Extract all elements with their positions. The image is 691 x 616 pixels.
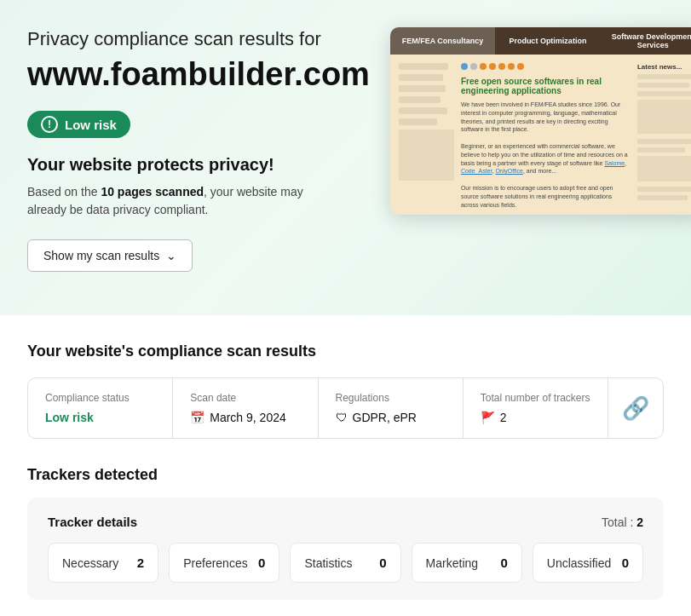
risk-badge-label: Low risk [65,118,117,132]
category-unclassified-count: 0 [622,556,629,570]
scan-date-label: Scan date [190,392,300,404]
tracker-categories: Necessary 2 Preferences 0 Statistics 0 M… [48,543,643,583]
category-unclassified-name: Unclassified [547,556,611,570]
tracker-details-title: Tracker details [48,515,137,529]
compliance-card-trackers: Total number of trackers 🚩 2 [464,378,608,438]
trackers-section: Trackers detected Tracker details Total … [27,466,664,600]
compliance-status-value: Low risk [45,411,155,424]
category-preferences-count: 0 [258,556,265,570]
tracker-category-preferences: Preferences 0 [169,543,279,583]
category-necessary-name: Necessary [62,556,118,570]
flag-icon: 🚩 [481,411,495,424]
hero-left: Privacy compliance scan results for www.… [27,20,390,272]
hero-section: Privacy compliance scan results for www.… [0,0,691,315]
chevron-down-icon: ⌄ [166,249,176,262]
hero-headline: Your website protects privacy! [27,155,370,175]
tracker-details-header: Tracker details Total : 2 [48,515,643,529]
compliance-section-title: Your website's compliance scan results [27,343,664,360]
hero-description: Based on the 10 pages scanned, your webs… [27,183,325,219]
tracker-category-unclassified: Unclassified 0 [533,543,643,583]
regulations-value: 🛡 GDPR, ePR [336,411,446,424]
screenshot-main-title: Free open source softwares in real engin… [461,77,631,95]
category-statistics-count: 0 [379,556,386,570]
shield-icon: 🛡 [336,411,348,424]
trackers-section-title: Trackers detected [27,466,664,484]
risk-badge-icon: ! [41,116,58,133]
tracker-category-marketing: Marketing 0 [412,543,522,583]
link-icon: 🔗 [622,395,649,422]
risk-badge: ! Low risk [27,111,130,138]
tracker-category-necessary: Necessary 2 [48,543,158,583]
compliance-cards: Compliance status Low risk Scan date 📅 M… [27,377,664,439]
regulations-label: Regulations [336,392,446,404]
compliance-card-scan-date: Scan date 📅 March 9, 2024 [173,378,318,438]
show-scan-results-button[interactable]: Show my scan results ⌄ [27,239,193,272]
screenshot-sidebar [399,63,454,206]
screenshot-browser-bar: FEM/FEA Consultancy Product Optimization… [390,27,691,55]
compliance-card-regulations: Regulations 🛡 GDPR, ePR [319,378,464,438]
screenshot-nav-dots [461,63,631,70]
category-marketing-name: Marketing [426,556,478,570]
trackers-total-label: Total number of trackers [481,392,590,404]
screenshot-main-content: Free open source softwares in real engin… [461,63,631,206]
screenshot-latest-news-title: Latest news... [637,63,691,71]
screenshot-tab-3: Software Development Services [601,27,691,55]
screenshot-right-panel: Latest news... [637,63,691,206]
screenshot-main-body: We have been involved in FEM/FEA studies… [461,101,631,209]
compliance-card-status: Compliance status Low risk [28,378,173,438]
scan-btn-label: Show my scan results [43,249,159,262]
screenshot-tab-1: FEM/FEA Consultancy [390,27,495,55]
category-necessary-count: 2 [137,556,144,570]
category-preferences-name: Preferences [183,556,247,570]
tracker-details-box: Tracker details Total : 2 Necessary 2 Pr… [27,498,664,600]
tracker-total: Total : 2 [602,515,643,529]
calendar-icon: 📅 [190,411,204,424]
trackers-total-value: 🚩 2 [481,411,590,424]
hero-domain: www.foambuilder.com [27,55,370,95]
screenshot-content: Free open source softwares in real engin… [390,55,691,215]
category-statistics-name: Statistics [304,556,352,570]
screenshot-tab-2: Product Optimization [495,27,600,55]
main-content: Your website's compliance scan results C… [0,315,691,616]
compliance-card-link[interactable]: 🔗 [608,378,663,438]
scan-date-value: 📅 March 9, 2024 [190,411,300,424]
compliance-status-label: Compliance status [45,392,155,404]
category-marketing-count: 0 [500,556,507,570]
tracker-category-statistics: Statistics 0 [290,543,400,583]
hero-subtitle: Privacy compliance scan results for [27,27,370,52]
website-screenshot-preview: FEM/FEA Consultancy Product Optimization… [390,27,691,215]
screenshot-tabs: FEM/FEA Consultancy Product Optimization… [390,27,691,55]
